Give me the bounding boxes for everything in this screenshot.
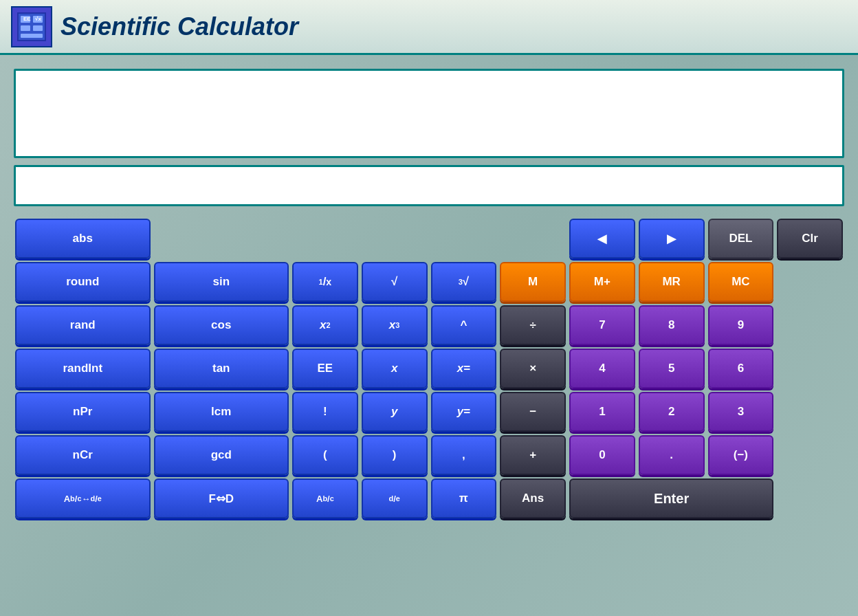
gcd-button[interactable]: gcd xyxy=(154,435,289,475)
right-arrow-button[interactable]: ▶ xyxy=(639,219,705,258)
svg-rect-3 xyxy=(21,25,30,31)
decimal-button[interactable]: . xyxy=(639,435,705,475)
round-button[interactable]: round xyxy=(15,262,151,302)
del-button[interactable]: DEL xyxy=(708,219,774,258)
neg-button[interactable]: (−) xyxy=(708,435,774,475)
x-var-button[interactable]: x xyxy=(362,349,428,388)
rand-button[interactable]: rand xyxy=(15,305,151,345)
4-button[interactable]: 4 xyxy=(569,349,635,388)
mc-button[interactable]: MC xyxy=(708,262,774,302)
tan-button[interactable]: tan xyxy=(154,349,289,388)
mr-button[interactable]: MR xyxy=(639,262,705,302)
3-button[interactable]: 3 xyxy=(708,392,774,432)
y-eq-button[interactable]: y= xyxy=(431,392,497,432)
9-button[interactable]: 9 xyxy=(708,305,774,345)
2-button[interactable]: 2 xyxy=(639,392,705,432)
y-var-button[interactable]: y xyxy=(362,392,428,432)
6-button[interactable]: 6 xyxy=(708,349,774,388)
7-button[interactable]: 7 xyxy=(569,305,635,345)
multiply-button[interactable]: × xyxy=(500,349,566,388)
ans-button[interactable]: Ans xyxy=(500,478,566,518)
lcm-button[interactable]: lcm xyxy=(154,392,289,432)
m-button[interactable]: M xyxy=(500,262,566,302)
main-display[interactable] xyxy=(14,69,844,158)
svg-rect-4 xyxy=(33,25,43,31)
x2-button[interactable]: x2 xyxy=(292,305,358,345)
caret-button[interactable]: ^ xyxy=(431,305,497,345)
abs-button[interactable]: abs xyxy=(15,219,151,258)
app-icon: EE √x xyxy=(11,6,52,47)
svg-rect-5 xyxy=(21,34,43,38)
divide-button[interactable]: ÷ xyxy=(500,305,566,345)
calculator-body: abs ◀ ▶ DEL Clr round sin 1/x √ 3√ M M+ … xyxy=(0,55,858,616)
title-bar: EE √x Scientific Calculator xyxy=(0,0,858,55)
pi-button[interactable]: π xyxy=(431,478,497,518)
factorial-button[interactable]: ! xyxy=(292,392,358,432)
svg-text:√x: √x xyxy=(35,16,41,22)
cbrt-button[interactable]: 3√ xyxy=(431,262,497,302)
5-button[interactable]: 5 xyxy=(639,349,705,388)
x-eq-button[interactable]: x= xyxy=(431,349,497,388)
rparen-button[interactable]: ) xyxy=(362,435,428,475)
app-title: Scientific Calculator xyxy=(60,12,298,41)
ee-button[interactable]: EE xyxy=(292,349,358,388)
8-button[interactable]: 8 xyxy=(639,305,705,345)
mplus-button[interactable]: M+ xyxy=(569,262,635,302)
d-frac-button[interactable]: d/e xyxy=(362,478,428,518)
comma-button[interactable]: , xyxy=(431,435,497,475)
svg-text:EE: EE xyxy=(23,16,31,22)
npr-button[interactable]: nPr xyxy=(15,392,151,432)
button-grid: abs ◀ ▶ DEL Clr round sin 1/x √ 3√ M M+ … xyxy=(14,219,844,518)
secondary-display[interactable] xyxy=(14,165,844,206)
x3-button[interactable]: x3 xyxy=(362,305,428,345)
enter-button[interactable]: Enter xyxy=(569,478,773,518)
clr-button[interactable]: Clr xyxy=(777,219,843,258)
1-button[interactable]: 1 xyxy=(569,392,635,432)
abc-frac-button[interactable]: A b/c xyxy=(292,478,358,518)
lparen-button[interactable]: ( xyxy=(292,435,358,475)
frac-conv-button[interactable]: A b/c ↔ d/e xyxy=(15,478,151,518)
cos-button[interactable]: cos xyxy=(154,305,289,345)
0-button[interactable]: 0 xyxy=(569,435,635,475)
ncr-button[interactable]: nCr xyxy=(15,435,151,475)
sin-button[interactable]: sin xyxy=(154,262,289,302)
left-arrow-button[interactable]: ◀ xyxy=(569,219,635,258)
randint-button[interactable]: randInt xyxy=(15,349,151,388)
subtract-button[interactable]: − xyxy=(500,392,566,432)
add-button[interactable]: + xyxy=(500,435,566,475)
f-to-d-button[interactable]: F⇔D xyxy=(154,478,289,518)
sqrt-button[interactable]: √ xyxy=(362,262,428,302)
inv-x-button[interactable]: 1/x xyxy=(292,262,358,302)
